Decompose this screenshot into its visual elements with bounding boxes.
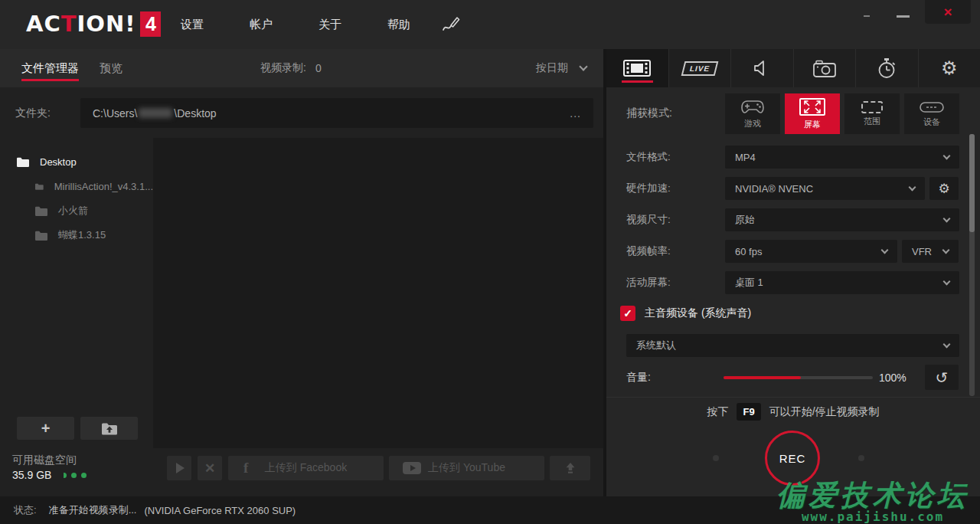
volume-label: 音量: — [626, 365, 651, 390]
folder-icon — [17, 157, 29, 167]
audio-level-dot — [713, 455, 719, 461]
setting-row-hwaccel: 硬件加速: NVIDIA® NVENC ⚙ — [606, 177, 980, 200]
status-bar: 状态: 准备开始视频录制... (NVIDIA GeForce RTX 2060… — [0, 496, 980, 524]
tab-settings[interactable]: ⚙ — [919, 49, 980, 87]
delete-button[interactable]: ✕ — [198, 456, 222, 480]
folder-icon — [35, 231, 47, 241]
device-icon — [919, 100, 945, 114]
file-manager-header: 文件管理器 预览 视频录制: 0 按日期 — [0, 49, 603, 87]
mode-games-button[interactable]: 游戏 — [725, 93, 780, 134]
setting-row-size: 视频尺寸: 原始 — [606, 208, 980, 231]
active-screen-value: 桌面 1 — [735, 276, 763, 290]
tab-benchmark[interactable] — [856, 49, 919, 87]
mode-region-button[interactable]: 范围 — [844, 93, 900, 134]
volume-percent: 100% — [879, 365, 906, 390]
tab-preview[interactable]: 预览 — [100, 49, 122, 87]
censored-username — [139, 108, 172, 118]
recording-tabs: LIVE — [606, 49, 980, 87]
folder-path-suffix: \Desktop — [174, 107, 216, 120]
tree-item-xiaohuojian[interactable]: 小火箭 — [0, 198, 153, 223]
folder-path-field[interactable]: C:\Users\ \Desktop ... — [80, 98, 593, 128]
video-count: 视频录制: 0 — [260, 49, 322, 87]
mode-screen-button[interactable]: 屏幕 — [785, 93, 840, 134]
hwaccel-value: NVIDIA® NVENC — [735, 183, 813, 195]
hotkey-keycap: F9 — [737, 403, 760, 421]
pen-tool-icon[interactable] — [441, 15, 461, 34]
import-folder-button[interactable] — [80, 417, 138, 440]
size-dropdown[interactable]: 原始 — [725, 208, 959, 231]
disk-space-row: 35.9 GB — [12, 469, 87, 481]
folder-icon — [35, 182, 44, 192]
file-manager-panel: 文件管理器 预览 视频录制: 0 按日期 文件夹: C:\Users\ \Des… — [0, 49, 603, 496]
recording-panel: LIVE — [606, 49, 980, 496]
folder-path-prefix: C:\Users\ — [93, 107, 137, 120]
tray-minimize-button[interactable] — [864, 15, 870, 17]
format-dropdown[interactable]: MP4 — [725, 146, 959, 169]
volume-slider-fill — [724, 376, 801, 379]
active-screen-dropdown[interactable]: 桌面 1 — [725, 271, 959, 294]
size-value: 原始 — [735, 213, 755, 227]
minimize-button[interactable] — [897, 15, 910, 18]
hwaccel-dropdown[interactable]: NVIDIA® NVENC — [725, 177, 925, 200]
setting-row-screen: 活动屏幕: 桌面 1 — [606, 271, 980, 294]
panel-scrollbar[interactable] — [969, 134, 975, 396]
volume-slider[interactable] — [724, 376, 873, 379]
add-folder-button[interactable]: + — [17, 417, 74, 440]
chevron-down-icon — [943, 340, 951, 348]
format-value: MP4 — [735, 152, 756, 163]
menu-help[interactable]: 帮助 — [364, 0, 433, 49]
chevron-down-icon — [579, 62, 587, 70]
tab-audio-recording[interactable] — [731, 49, 794, 87]
mode-device-button[interactable]: 设备 — [904, 93, 959, 134]
framerate-dropdown[interactable]: 60 fps — [725, 240, 897, 263]
disk-space-value: 35.9 GB — [12, 469, 51, 481]
setting-row-format: 文件格式: MP4 — [606, 146, 980, 169]
record-button[interactable]: REC — [765, 431, 820, 486]
status-gpu: (NVIDIA GeForce RTX 2060 SUP) — [144, 505, 296, 516]
upload-youtube-button[interactable]: 上传到 YouTube — [389, 456, 544, 480]
folder-label: 文件夹: — [15, 98, 51, 128]
tab-live-streaming[interactable]: LIVE — [669, 49, 732, 87]
menu-about[interactable]: 关于 — [296, 0, 364, 49]
tab-video-recording[interactable] — [606, 49, 669, 87]
screen-capture-icon — [799, 97, 826, 116]
tree-item-mirillis[interactable]: MirillisAction!_v4.3.1... — [0, 174, 153, 198]
volume-reset-button[interactable]: ↺ — [925, 365, 959, 390]
tab-file-manager[interactable]: 文件管理器 — [21, 49, 79, 87]
region-icon — [861, 101, 883, 113]
upload-icon — [564, 462, 577, 474]
play-button[interactable] — [167, 456, 191, 480]
sort-by-dropdown[interactable]: 按日期 — [536, 49, 586, 87]
close-button[interactable]: × — [925, 0, 971, 24]
capture-mode-buttons: 游戏 屏幕 范围 设备 — [725, 93, 959, 134]
tree-item-hudie[interactable]: 蝴蝶1.3.15 — [0, 223, 153, 247]
camera-icon — [813, 59, 836, 78]
upload-facebook-button[interactable]: f 上传到 Facebook — [228, 456, 384, 480]
audio-device-dropdown[interactable]: 系统默认 — [626, 334, 959, 357]
sort-by-label: 按日期 — [536, 61, 568, 75]
format-label: 文件格式: — [626, 146, 671, 169]
titlebar: ACTION! 4 设置 帐户 关于 帮助 × — [0, 0, 980, 49]
framerate-label: 视频帧率: — [626, 240, 671, 263]
vfr-dropdown[interactable]: VFR — [902, 240, 959, 263]
folder-icon — [35, 206, 47, 216]
tree-item-desktop[interactable]: Desktop — [0, 149, 153, 174]
audio-device-value: 系统默认 — [636, 339, 676, 352]
menu-account[interactable]: 帐户 — [227, 0, 296, 49]
gamepad-icon — [740, 99, 766, 116]
live-icon: LIVE — [681, 61, 718, 76]
chevron-down-icon — [881, 246, 889, 254]
upload-button[interactable] — [550, 456, 590, 480]
hotkey-prefix: 按下 — [707, 405, 728, 419]
video-count-label: 视频录制: — [260, 61, 306, 75]
browse-folder-button[interactable]: ... — [570, 107, 581, 120]
scrollbar-thumb[interactable] — [969, 134, 975, 232]
tab-screenshots[interactable] — [794, 49, 857, 87]
chevron-down-icon — [943, 215, 951, 222]
audio-checkbox[interactable]: ✓ — [620, 306, 635, 321]
menu-settings[interactable]: 设置 — [158, 0, 227, 49]
stopwatch-icon — [877, 57, 897, 79]
hotkey-hint: 按下 F9 可以开始/停止视频录制 — [606, 403, 980, 421]
hwaccel-settings-button[interactable]: ⚙ — [929, 177, 959, 200]
gear-icon: ⚙ — [941, 59, 958, 77]
